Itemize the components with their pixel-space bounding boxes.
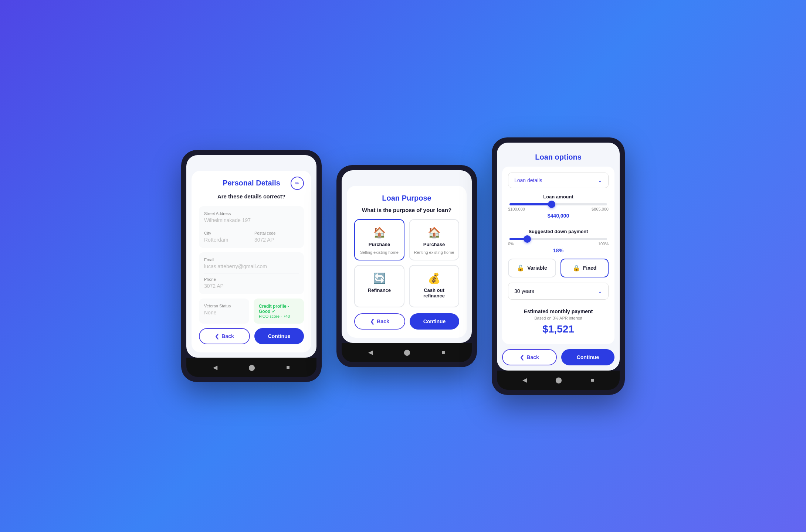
p1-btn-row: ❮ Back Continue bbox=[199, 328, 304, 344]
purchase-selling-icon: 🏠 bbox=[373, 226, 386, 239]
screen-2: Loan Purpose What is the purpose of your… bbox=[342, 170, 472, 343]
variable-button[interactable]: 🔓 Variable bbox=[508, 259, 556, 277]
veteran-label: Veteran Status bbox=[204, 304, 244, 308]
p1-back-button[interactable]: ❮ Back bbox=[199, 328, 250, 344]
payment-amount: $1,521 bbox=[508, 323, 609, 335]
refinance-icon: 🔄 bbox=[373, 272, 386, 284]
p3-continue-button[interactable]: Continue bbox=[561, 349, 614, 365]
p2-btn-row: ❮ Back Continue bbox=[354, 313, 459, 330]
phone-3-nav: ◀ ⬤ ■ bbox=[497, 371, 620, 390]
loan-option-cashout[interactable]: 💰 Cash out refinance bbox=[409, 265, 459, 307]
p2-back-label: Back bbox=[377, 318, 389, 324]
home-nav-icon-3[interactable]: ⬤ bbox=[555, 376, 562, 383]
personal-details-subtitle: Are these details correct? bbox=[199, 193, 304, 200]
phone-2: Loan Purpose What is the purpose of your… bbox=[336, 165, 477, 367]
payment-sub: Based on 3% APR interest bbox=[508, 316, 609, 320]
credit-title: Credit profile - Good ✓ bbox=[259, 304, 299, 314]
veteran-value: None bbox=[204, 310, 244, 316]
street-value: Wilhelminakade 197 bbox=[204, 217, 299, 223]
cashout-title: Cash out refinance bbox=[413, 287, 455, 299]
p1-continue-button[interactable]: Continue bbox=[254, 328, 304, 344]
purchase-selling-sub: Selling existing home bbox=[360, 250, 399, 255]
years-chevron-icon: ⌄ bbox=[598, 288, 602, 294]
payment-title: Estimated monthly payment bbox=[508, 308, 609, 314]
down-range-labels: 0% 100% bbox=[508, 242, 609, 246]
email-value: lucas.atteberry@gmail.com bbox=[204, 263, 299, 269]
loan-purpose-card: Loan Purpose What is the purpose of your… bbox=[347, 186, 467, 338]
loan-amount-fill bbox=[509, 203, 552, 205]
p3-chevron-left-icon: ❮ bbox=[520, 354, 524, 360]
down-payment-label: Suggested down payment bbox=[508, 229, 609, 234]
city-postal-row: City Rotterdam Postal code 3072 AP bbox=[204, 231, 299, 243]
p3-back-button[interactable]: ❮ Back bbox=[502, 349, 557, 365]
fixed-button[interactable]: 🔒 Fixed bbox=[561, 259, 609, 277]
loan-option-purchase-selling[interactable]: 🏠 Purchase Selling existing home bbox=[354, 219, 404, 260]
down-max: 100% bbox=[598, 242, 609, 246]
postal-label: Postal code bbox=[254, 231, 299, 235]
p2-continue-button[interactable]: Continue bbox=[410, 313, 459, 330]
p3-back-label: Back bbox=[526, 354, 539, 360]
home-nav-icon[interactable]: ⬤ bbox=[248, 364, 255, 371]
loan-details-dropdown[interactable]: Loan details ⌄ bbox=[508, 173, 609, 188]
credit-box: Credit profile - Good ✓ FICO score - 740 bbox=[254, 299, 304, 324]
back-nav-icon[interactable]: ◀ bbox=[213, 364, 217, 371]
city-label: City bbox=[204, 231, 248, 235]
purchase-selling-title: Purchase bbox=[369, 242, 390, 247]
loan-purpose-header: Loan Purpose What is the purpose of your… bbox=[354, 194, 459, 213]
down-payment-slider[interactable] bbox=[509, 238, 607, 240]
personal-details-header: Personal Details ✏ bbox=[199, 179, 304, 187]
contact-section: Email lucas.atteberry@gmail.com Phone 30… bbox=[199, 252, 304, 294]
square-nav-icon-2[interactable]: ■ bbox=[441, 349, 445, 356]
veteran-box: Veteran Status None bbox=[199, 299, 249, 324]
cashout-icon: 💰 bbox=[428, 272, 441, 284]
loan-amount-label: Loan amount bbox=[508, 194, 609, 200]
phone-1-nav: ◀ ⬤ ■ bbox=[186, 358, 316, 377]
phone-label: Phone bbox=[204, 277, 299, 282]
loan-amount-slider[interactable] bbox=[509, 203, 607, 205]
screen-1: Personal Details ✏ Are these details cor… bbox=[186, 155, 316, 358]
square-nav-icon[interactable]: ■ bbox=[286, 364, 290, 371]
loan-option-purchase-renting[interactable]: 🏠 Purchase Renting existing home bbox=[409, 219, 459, 260]
city-value: Rotterdam bbox=[204, 237, 248, 243]
back-nav-icon-3[interactable]: ◀ bbox=[522, 376, 527, 383]
square-nav-icon-3[interactable]: ■ bbox=[591, 377, 595, 383]
fixed-lock-icon: 🔒 bbox=[573, 265, 580, 272]
loan-max: $865,000 bbox=[592, 207, 609, 211]
loan-options-header-area: Loan options bbox=[497, 153, 620, 161]
loan-purpose-subtitle: What is the purpose of your loan? bbox=[354, 207, 459, 213]
purchase-renting-icon: 🏠 bbox=[428, 226, 441, 239]
loan-options-title: Loan options bbox=[504, 153, 612, 161]
years-dropdown[interactable]: 30 years ⌄ bbox=[508, 283, 609, 300]
loan-current: $440,000 bbox=[508, 213, 609, 219]
home-nav-icon-2[interactable]: ⬤ bbox=[404, 349, 410, 356]
variable-label: Variable bbox=[527, 265, 547, 271]
personal-details-card: Personal Details ✏ Are these details cor… bbox=[192, 171, 311, 352]
edit-button[interactable]: ✏ bbox=[291, 177, 304, 190]
payment-section: Estimated monthly payment Based on 3% AP… bbox=[508, 306, 609, 338]
loan-options-card: Loan details ⌄ Loan amount $100,000 $865… bbox=[502, 167, 614, 344]
p3-btn-row: ❮ Back Continue bbox=[497, 349, 620, 371]
p1-back-label: Back bbox=[221, 333, 234, 339]
variable-lock-icon: 🔓 bbox=[517, 265, 524, 272]
loan-range-labels: $100,000 $865,000 bbox=[508, 207, 609, 211]
dropdown-chevron-icon: ⌄ bbox=[598, 177, 602, 183]
email-label: Email bbox=[204, 258, 299, 262]
years-label: 30 years bbox=[514, 288, 534, 294]
address-section: Street Address Wilhelminakade 197 City R… bbox=[199, 206, 304, 248]
refinance-title: Refinance bbox=[368, 287, 391, 293]
purchase-renting-sub: Renting existing home bbox=[414, 250, 454, 255]
phone-1: Personal Details ✏ Are these details cor… bbox=[181, 150, 322, 382]
phone-value: 3072 AP bbox=[204, 283, 299, 289]
p2-continue-label: Continue bbox=[423, 318, 446, 324]
loan-details-label: Loan details bbox=[514, 177, 542, 183]
screen-3: Loan options Loan details ⌄ Loan amount … bbox=[497, 143, 620, 371]
postal-col: Postal code 3072 AP bbox=[254, 231, 299, 243]
credit-sub: FICO score - 740 bbox=[259, 314, 299, 318]
down-min: 0% bbox=[508, 242, 514, 246]
loan-amount-thumb[interactable] bbox=[548, 201, 555, 208]
p2-back-button[interactable]: ❮ Back bbox=[354, 313, 405, 330]
back-nav-icon-2[interactable]: ◀ bbox=[368, 349, 373, 356]
street-label: Street Address bbox=[204, 211, 299, 216]
down-payment-thumb[interactable] bbox=[524, 235, 531, 243]
loan-option-refinance[interactable]: 🔄 Refinance bbox=[354, 265, 404, 307]
